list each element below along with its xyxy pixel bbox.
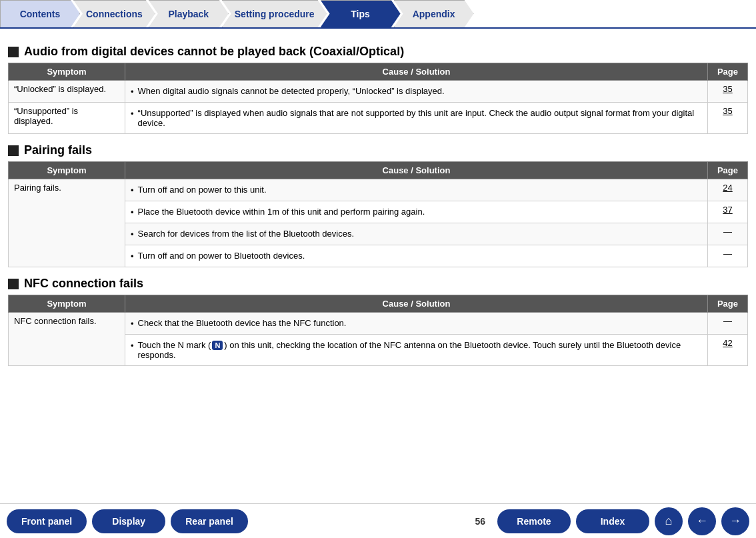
table-row: “Unsupported” is displayed.•“Unsupported… (9, 103, 748, 134)
bottom-nav-left: Front panelDisplayRear panel (7, 509, 248, 533)
nav-tab-contents[interactable]: Contents (0, 0, 80, 27)
page-cell: 35 (708, 81, 748, 103)
section-icon (8, 145, 19, 156)
page-link[interactable]: 42 (723, 338, 732, 348)
nav-tab-connections[interactable]: Connections (73, 0, 155, 27)
cause-text: When digital audio signals cannot be det… (138, 86, 445, 96)
main-content: Audio from digital devices cannot be pla… (0, 29, 756, 382)
col-header-symptom: Symptom (9, 162, 125, 179)
cause-text: Touch the N mark (N) on this unit, check… (138, 340, 702, 360)
page-cell: — (708, 223, 748, 245)
nav-tab-setting-procedure[interactable]: Setting procedure (222, 0, 327, 27)
bullet-icon: • (131, 319, 134, 329)
page-link[interactable]: 37 (723, 205, 732, 215)
bottom-btn-remote[interactable]: Remote (497, 509, 571, 533)
page-cell: 42 (708, 335, 748, 366)
cause-cell: •When digital audio signals cannot be de… (125, 81, 708, 103)
symptom-cell: Pairing fails. (9, 179, 125, 267)
table-row: “Unlocked” is displayed.•When digital au… (9, 81, 748, 103)
table-audio-digital: SymptomCause / SolutionPage“Unlocked” is… (8, 63, 748, 134)
table-nfc-fails: SymptomCause / SolutionPageNFC connectio… (8, 295, 748, 366)
col-header-symptom: Symptom (9, 63, 125, 81)
symptom-cell: “Unlocked” is displayed. (9, 81, 125, 103)
section-title-nfc-fails: NFC connection fails (8, 277, 748, 291)
col-header-page: Page (708, 295, 748, 313)
section-title-text: Audio from digital devices cannot be pla… (24, 45, 404, 59)
back-icon-button[interactable]: ← (688, 507, 716, 535)
section-title-pairing-fails: Pairing fails (8, 143, 748, 157)
page-link[interactable]: 35 (723, 106, 732, 116)
bottom-navigation: Front panelDisplayRear panel 56RemoteInd… (0, 503, 756, 538)
section-title-text: Pairing fails (24, 143, 92, 157)
cause-text: Turn off and on power to this unit. (138, 185, 267, 195)
page-cell: — (708, 313, 748, 335)
bullet-icon: • (131, 185, 134, 195)
page-link[interactable]: 35 (723, 84, 732, 94)
bullet-icon: • (131, 87, 134, 97)
nav-tab-playback[interactable]: Playback (149, 0, 229, 27)
cause-cell: •Check that the Bluetooth device has the… (125, 313, 708, 335)
section-icon (8, 279, 19, 289)
page-cell: 35 (708, 103, 748, 134)
page-cell: 37 (708, 201, 748, 223)
symptom-cell: “Unsupported” is displayed. (9, 103, 125, 134)
home-icon-button[interactable]: ⌂ (655, 507, 683, 535)
table-row: NFC connection fails.•Check that the Blu… (9, 313, 748, 335)
col-header-symptom: Symptom (9, 295, 125, 313)
col-header-page: Page (708, 63, 748, 81)
cause-text: Check that the Bluetooth device has the … (138, 318, 347, 328)
bottom-btn-index[interactable]: Index (576, 509, 649, 533)
col-header-cause: Cause / Solution (125, 63, 708, 81)
bottom-btn-front-panel[interactable]: Front panel (7, 509, 87, 533)
cause-text: Place the Bluetooth device within 1m of … (138, 207, 425, 217)
cause-cell: •Touch the N mark (N) on this unit, chec… (125, 335, 708, 366)
bullet-icon: • (131, 207, 134, 217)
table-pairing-fails: SymptomCause / SolutionPagePairing fails… (8, 161, 748, 267)
cause-cell: •Turn off and on power to Bluetooth devi… (125, 245, 708, 267)
page-link[interactable]: 24 (723, 183, 732, 193)
cause-text: Search for devices from the list of the … (138, 229, 354, 239)
page-cell: — (708, 245, 748, 267)
col-header-page: Page (708, 162, 748, 179)
col-header-cause: Cause / Solution (125, 162, 708, 179)
symptom-cell: NFC connection fails. (9, 313, 125, 366)
nav-tab-appendix[interactable]: Appendix (394, 0, 474, 27)
cause-cell: •Search for devices from the list of the… (125, 223, 708, 245)
page-cell: 24 (708, 179, 748, 201)
bottom-btn-rear-panel[interactable]: Rear panel (171, 509, 248, 533)
nav-tab-tips[interactable]: Tips (321, 0, 401, 27)
bottom-nav-right: 56RemoteIndex⌂←→ (468, 507, 749, 535)
nfc-icon: N (212, 341, 223, 350)
col-header-cause: Cause / Solution (125, 295, 708, 313)
cause-cell: •Turn off and on power to this unit. (125, 179, 708, 201)
table-row: Pairing fails.•Turn off and on power to … (9, 179, 748, 201)
page-number: 56 (475, 516, 485, 527)
section-title-text: NFC connection fails (24, 277, 143, 291)
bottom-btn-display[interactable]: Display (92, 509, 165, 533)
bullet-icon: • (131, 229, 134, 239)
top-navigation: ContentsConnectionsPlaybackSetting proce… (0, 0, 756, 29)
forward-icon-button[interactable]: → (721, 507, 749, 535)
bullet-icon: • (131, 341, 134, 351)
cause-cell: •“Unsupported” is displayed when audio s… (125, 103, 708, 134)
cause-text: “Unsupported” is displayed when audio si… (138, 108, 702, 128)
cause-cell: •Place the Bluetooth device within 1m of… (125, 201, 708, 223)
bullet-icon: • (131, 251, 134, 261)
bullet-icon: • (131, 109, 134, 119)
section-title-audio-digital: Audio from digital devices cannot be pla… (8, 45, 748, 59)
cause-text: Turn off and on power to Bluetooth devic… (138, 251, 305, 261)
section-icon (8, 47, 19, 57)
